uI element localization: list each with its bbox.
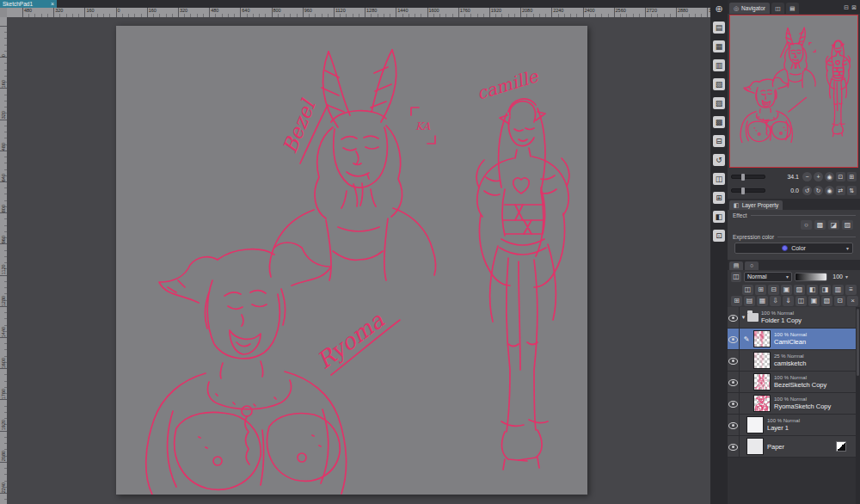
set-ruler-icon[interactable]: ◨ bbox=[820, 285, 831, 295]
material-manga-icon[interactable]: ▧ bbox=[713, 78, 725, 90]
canvas-artwork[interactable] bbox=[116, 26, 587, 495]
layer-list: ▾ 100 % Normal Folder 1 Copy ✎ 100 % Nor… bbox=[728, 307, 860, 504]
layer-info: 100 % Normal bbox=[774, 375, 826, 381]
lock-transparent-pixels-icon[interactable]: ▨ bbox=[794, 285, 805, 295]
palette-dock-icon[interactable]: ◫ bbox=[742, 285, 753, 295]
document-tab[interactable]: SketchPad1 × bbox=[0, 0, 57, 8]
ruler-number: 2560 bbox=[615, 8, 646, 17]
layer-info: 25 % Normal bbox=[774, 353, 807, 360]
layer-row-paper[interactable]: Paper bbox=[728, 436, 860, 458]
panel-close-icon[interactable]: ⊠ bbox=[851, 4, 857, 11]
history-icon[interactable]: ↺ bbox=[713, 154, 725, 166]
sub-view-tab-icon[interactable]: ◫ bbox=[771, 3, 784, 14]
information-icon[interactable]: ◧ bbox=[713, 211, 725, 223]
rotate-right-icon[interactable]: ↻ bbox=[814, 186, 823, 195]
flip-vertical-icon[interactable]: ⇅ bbox=[847, 186, 857, 195]
settings-icon[interactable]: ⊡ bbox=[713, 230, 725, 242]
blend-folder-icon[interactable]: ⊞ bbox=[755, 285, 766, 295]
expand-icon[interactable]: ▾ bbox=[740, 314, 747, 321]
create-mask-icon[interactable]: ◫ bbox=[796, 296, 807, 306]
layer-row-folder[interactable]: ▾ 100 % Normal Folder 1 Copy bbox=[728, 307, 860, 329]
apply-mask-icon[interactable]: ▣ bbox=[808, 296, 820, 306]
actual-pixels-icon[interactable]: ⊞ bbox=[847, 172, 857, 181]
new-folder-icon[interactable]: ▦ bbox=[757, 296, 768, 306]
ruler-number: 160 bbox=[85, 8, 116, 17]
layer-row-camisketch[interactable]: 25 % Normal camisketch bbox=[728, 350, 860, 372]
opacity-chevron-icon[interactable]: ▾ bbox=[845, 274, 848, 280]
material-monochromatic-icon[interactable]: ▥ bbox=[713, 59, 725, 71]
mask-icon[interactable]: ▧ bbox=[821, 296, 832, 306]
layer-opacity-value: 100 bbox=[830, 274, 843, 280]
item-bank-icon[interactable]: ⊞ bbox=[713, 192, 725, 204]
visibility-toggle[interactable] bbox=[728, 350, 740, 371]
artboard[interactable] bbox=[116, 26, 587, 495]
ruler-number: 1280 bbox=[366, 8, 396, 17]
tab-layer-property[interactable]: ◧ Layer Property bbox=[729, 200, 783, 210]
layer-thumbnail bbox=[753, 352, 771, 369]
blend-mode-select[interactable]: Normal ▾ bbox=[744, 272, 792, 282]
layer-info: 100 % Normal bbox=[767, 418, 800, 424]
material-3d-icon[interactable]: ▩ bbox=[713, 116, 725, 128]
visibility-toggle[interactable] bbox=[728, 393, 740, 414]
rotation-slider[interactable] bbox=[731, 188, 765, 193]
tone-icon[interactable]: ▩ bbox=[814, 220, 826, 230]
layer-row-bezelsketch[interactable]: 100 % Normal BezelSketch Copy bbox=[728, 372, 860, 393]
visibility-toggle[interactable] bbox=[728, 329, 740, 349]
reference-layer-icon[interactable]: ▥ bbox=[832, 285, 844, 295]
reset-rotation-icon[interactable]: ◉ bbox=[825, 186, 834, 195]
zoom-out-icon[interactable]: − bbox=[802, 172, 812, 181]
clip-to-layer-below-icon[interactable]: ⊟ bbox=[768, 285, 779, 295]
border-effect-icon[interactable]: ○ bbox=[801, 220, 812, 230]
material-downloaded-icon[interactable]: ⊟ bbox=[713, 135, 725, 147]
rotate-left-icon[interactable]: ↺ bbox=[802, 186, 812, 195]
visibility-toggle[interactable] bbox=[728, 415, 740, 435]
zoom-reset-icon[interactable]: ◉ bbox=[825, 172, 834, 181]
transfer-down-icon[interactable]: ⇩ bbox=[770, 296, 781, 306]
visibility-toggle[interactable] bbox=[728, 372, 740, 392]
panel-minimize-icon[interactable]: ⊟ bbox=[844, 4, 849, 11]
fit-to-screen-icon[interactable]: ⊡ bbox=[836, 172, 845, 181]
lock-layer-icon[interactable]: ▣ bbox=[781, 285, 792, 295]
enable-mask-icon[interactable]: ◧ bbox=[807, 285, 818, 295]
magnifier-icon[interactable]: ⊕ bbox=[713, 3, 725, 15]
visibility-toggle[interactable] bbox=[728, 436, 740, 457]
new-vector-layer-icon[interactable]: ▤ bbox=[744, 296, 755, 306]
canvas-viewport[interactable] bbox=[7, 17, 710, 504]
layer-toolbar-row-1: ◫⊞⊟▣▨◧◨▥≡ bbox=[728, 284, 860, 295]
layer-palette-tab-icon[interactable]: ▤ bbox=[729, 261, 743, 270]
snap-icon[interactable]: ⊡ bbox=[834, 296, 845, 306]
extract-lines-icon[interactable]: ▨ bbox=[842, 220, 853, 230]
merge-down-icon[interactable]: ⇓ bbox=[783, 296, 794, 306]
layer-row-layer1[interactable]: 100 % Normal Layer 1 bbox=[728, 415, 860, 436]
material-color-pattern-icon[interactable]: ▦ bbox=[713, 40, 725, 52]
new-raster-layer-icon[interactable]: ⊞ bbox=[731, 296, 742, 306]
blend-options-icon[interactable]: ◫ bbox=[731, 272, 741, 282]
paper-color-icon[interactable] bbox=[836, 441, 846, 452]
item-bank-tab-icon[interactable]: ▤ bbox=[786, 3, 799, 14]
tab-navigator[interactable]: ◎ Navigator bbox=[729, 3, 770, 14]
zoom-in-icon[interactable]: + bbox=[814, 172, 823, 181]
blend-mode-row: ◫ Normal ▾ 100 ▾ bbox=[728, 270, 860, 283]
quick-access-icon[interactable]: ▤ bbox=[713, 22, 725, 34]
layer-row-camiclean[interactable]: ✎ 100 % Normal CamiClean bbox=[728, 329, 860, 350]
layer-row-ryomasketch[interactable]: 100 % Normal RyomaSketch Copy bbox=[728, 393, 860, 415]
visibility-toggle[interactable] bbox=[728, 307, 740, 328]
close-tab-icon[interactable]: × bbox=[51, 0, 54, 8]
layer-thumbnail bbox=[753, 373, 771, 390]
expression-color-value: Color bbox=[791, 245, 806, 251]
zoom-slider[interactable] bbox=[731, 175, 765, 179]
palette-menu-icon[interactable]: ≡ bbox=[845, 285, 857, 295]
delete-layer-icon[interactable]: × bbox=[847, 296, 858, 306]
layer-list-scrollbar[interactable] bbox=[856, 307, 860, 504]
expression-color-select[interactable]: Color ▾ bbox=[734, 243, 853, 254]
layer-property-body: Effect ○▩◪▨ Expression color Color ▾ bbox=[728, 210, 860, 260]
ruler-number: 160 bbox=[0, 57, 7, 88]
layer-color-icon[interactable]: ◪ bbox=[828, 220, 839, 230]
brush-opacity-slider[interactable] bbox=[795, 273, 827, 281]
flip-horizontal-icon[interactable]: ⇄ bbox=[836, 186, 845, 195]
sub-view-icon[interactable]: ◫ bbox=[713, 173, 725, 185]
navigator-preview[interactable] bbox=[729, 15, 858, 168]
material-image-icon[interactable]: ▨ bbox=[713, 97, 725, 109]
layer-thumbnail bbox=[753, 395, 771, 412]
layer-search-tab-icon[interactable]: ○ bbox=[745, 261, 759, 270]
